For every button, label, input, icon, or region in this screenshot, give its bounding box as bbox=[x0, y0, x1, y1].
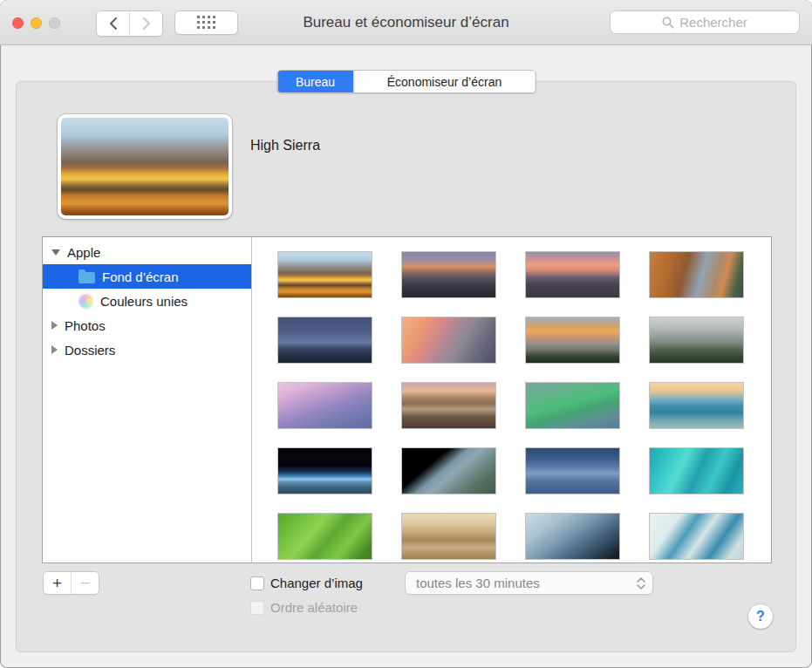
random-order-label: Ordre aléatoire bbox=[270, 600, 358, 615]
disclosure-collapsed-icon[interactable] bbox=[51, 345, 58, 354]
zoom-window-button[interactable] bbox=[49, 17, 60, 29]
interval-value: toutes les 30 minutes bbox=[416, 576, 540, 590]
show-all-preferences-button[interactable] bbox=[174, 10, 238, 35]
wallpaper-grid bbox=[252, 237, 771, 562]
help-button[interactable]: ? bbox=[748, 604, 773, 629]
stepper-chevrons-icon bbox=[637, 577, 645, 590]
wallpaper-thumbnail-yosemite-fog-forest[interactable] bbox=[649, 317, 744, 364]
folder-icon bbox=[78, 272, 95, 283]
wallpaper-thumbnail-earth-horizon[interactable] bbox=[401, 447, 496, 494]
pane-content: High Sierra Apple Fond d’écran Couleurs … bbox=[0, 45, 812, 668]
sidebar-item-photos[interactable]: Photos bbox=[43, 313, 251, 337]
title-bar: Bureau et économiseur d’écran Rechercher bbox=[0, 0, 812, 45]
sidebar-item-dossiers[interactable]: Dossiers bbox=[43, 337, 251, 362]
wallpaper-thumbnail-golden-fog-forest[interactable] bbox=[401, 513, 496, 560]
wallpaper-thumbnail-yosemite-lake-rocks[interactable] bbox=[401, 382, 496, 429]
search-icon bbox=[662, 17, 674, 29]
interval-select[interactable]: toutes les 30 minutes bbox=[405, 571, 653, 595]
close-window-button[interactable] bbox=[12, 17, 24, 29]
wallpaper-thumbnail-yosemite-night[interactable] bbox=[277, 317, 372, 364]
add-folder-button[interactable]: + bbox=[44, 572, 71, 594]
wallpaper-thumbnail-milky-way[interactable] bbox=[525, 447, 620, 494]
wallpaper-thumbnail-earth-and-moon[interactable] bbox=[277, 447, 372, 494]
wallpaper-thumbnail-green-wave[interactable] bbox=[525, 382, 620, 429]
current-wallpaper-name: High Sierra bbox=[250, 138, 320, 153]
remove-folder-button[interactable]: − bbox=[71, 572, 99, 594]
wallpaper-thumbnail-blue-wave-sunset[interactable] bbox=[649, 382, 744, 429]
sidebar-item-label: Photos bbox=[65, 318, 106, 333]
search-placeholder: Rechercher bbox=[679, 15, 747, 30]
sidebar-item-apple[interactable]: Apple bbox=[43, 240, 251, 264]
disclosure-collapsed-icon[interactable] bbox=[51, 321, 58, 330]
change-picture-checkbox[interactable] bbox=[250, 576, 264, 590]
random-order-row: Ordre aléatoire bbox=[250, 600, 358, 615]
tab-box: High Sierra Apple Fond d’écran Couleurs … bbox=[16, 81, 796, 652]
current-wallpaper-image bbox=[61, 118, 229, 215]
random-order-checkbox[interactable] bbox=[250, 601, 264, 615]
sidebar-item-couleurs-unies[interactable]: Couleurs unies bbox=[43, 289, 251, 313]
wallpaper-thumbnail-frozen-river[interactable] bbox=[649, 513, 744, 560]
chevron-right-icon bbox=[141, 17, 152, 30]
wallpaper-thumbnail-half-dome-sunset[interactable] bbox=[401, 317, 496, 364]
wallpaper-thumbnail-high-sierra[interactable] bbox=[277, 251, 372, 298]
chevron-left-icon bbox=[108, 17, 119, 30]
preferences-window: Bureau et économiseur d’écran Rechercher… bbox=[0, 0, 812, 668]
current-wallpaper-preview[interactable] bbox=[58, 114, 232, 219]
sidebar-item-label: Couleurs unies bbox=[100, 294, 188, 309]
change-picture-label[interactable]: Changer d’imag bbox=[270, 576, 363, 590]
back-button[interactable] bbox=[97, 11, 129, 36]
wallpaper-thumbnail-sierra-sunset-clouds[interactable] bbox=[525, 251, 620, 298]
tab-bureau[interactable]: Bureau bbox=[277, 71, 353, 92]
disclosure-expanded-icon[interactable] bbox=[51, 249, 60, 256]
grid-icon bbox=[197, 16, 216, 30]
wallpaper-thumbnail-turquoise-sea[interactable] bbox=[649, 447, 744, 494]
wallpaper-thumbnail-misty-blue-ridges[interactable] bbox=[525, 513, 620, 560]
sidebar-item-fond-decran[interactable]: Fond d’écran bbox=[43, 264, 251, 289]
color-wheel-icon bbox=[78, 294, 93, 309]
change-picture-row: Changer d’imag bbox=[250, 576, 363, 590]
forward-button[interactable] bbox=[129, 11, 162, 36]
sidebar-item-label: Dossiers bbox=[65, 343, 115, 358]
wallpaper-thumbnail-el-capitan-clouds[interactable] bbox=[525, 317, 620, 364]
wallpaper-thumbnail-half-dome-dusk[interactable] bbox=[277, 382, 372, 429]
wallpaper-thumbnail-el-capitan-valley[interactable] bbox=[649, 251, 744, 298]
wallpaper-thumbnail-sierra-dusk-peak[interactable] bbox=[401, 251, 496, 298]
sidebar-item-label: Fond d’écran bbox=[102, 269, 179, 284]
wallpaper-thumbnail-green-rice-fields[interactable] bbox=[277, 513, 372, 560]
wallpaper-browser: Apple Fond d’écran Couleurs unies Photos bbox=[42, 236, 772, 563]
source-sidebar: Apple Fond d’écran Couleurs unies Photos bbox=[43, 237, 252, 562]
tab-control: Bureau Économiseur d’écran bbox=[276, 70, 536, 93]
tab-economiseur[interactable]: Économiseur d’écran bbox=[353, 71, 535, 92]
add-remove-control: + − bbox=[43, 571, 99, 595]
search-input[interactable]: Rechercher bbox=[610, 10, 800, 34]
minimize-window-button[interactable] bbox=[31, 17, 42, 29]
sidebar-item-label: Apple bbox=[67, 245, 100, 260]
navigation-buttons bbox=[96, 10, 163, 37]
window-controls bbox=[12, 17, 60, 29]
